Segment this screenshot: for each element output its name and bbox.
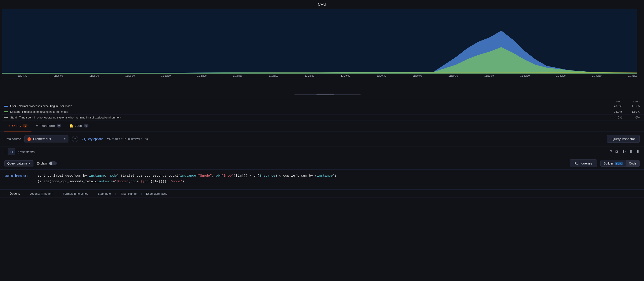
query-source-label: (Prometheus) bbox=[18, 150, 35, 153]
options-type: Type: Range bbox=[120, 192, 137, 195]
explain-label: Explain bbox=[37, 162, 47, 165]
query-editor: ‹ H (Prometheus) ? ⧉ 👁 🗑 ⠿ Query pattern… bbox=[0, 146, 644, 198]
query-editor-header: ‹ H (Prometheus) ? ⧉ 👁 🗑 ⠿ bbox=[0, 146, 644, 157]
beta-badge: BETA bbox=[615, 162, 623, 165]
tab-transform[interactable]: ⇄ Transform 0 bbox=[32, 120, 65, 131]
legend-row-steal: Steal - Time spent in other operating sy… bbox=[2, 115, 644, 120]
query-drag-icon[interactable]: ⠿ bbox=[637, 149, 640, 154]
query-options-label: Query options bbox=[84, 137, 103, 141]
options-chevron-icon: › bbox=[4, 192, 6, 195]
legend-text-user: User - Normal processes executing in use… bbox=[10, 104, 602, 108]
options-bar: › › Options | Legend: {{ mode }} | Forma… bbox=[0, 189, 644, 197]
alert-icon: 🔔 bbox=[69, 124, 74, 128]
legend-last-steal: 0% bbox=[624, 116, 642, 119]
run-queries-button[interactable]: Run queries bbox=[570, 159, 597, 167]
query-options-button[interactable]: › Query options bbox=[82, 137, 103, 141]
query-inspector-button[interactable]: Query inspector bbox=[607, 135, 640, 143]
query-help-icon[interactable]: ? bbox=[610, 150, 612, 154]
builder-button[interactable]: Builder BETA bbox=[601, 160, 626, 166]
scrollbar-thumb[interactable] bbox=[316, 94, 334, 95]
chart-container: CPU 100.00% 75.00% 50.00% 25.00% 0.00% bbox=[0, 0, 644, 93]
datasource-selector[interactable]: ⬤ Prometheus ▾ bbox=[24, 135, 68, 142]
legend-text-system: System - Processes executing in kernel m… bbox=[10, 110, 602, 113]
chart-scrollbar[interactable] bbox=[18, 93, 638, 96]
options-format: Format: Time series bbox=[63, 192, 88, 195]
options-toggle-button[interactable]: › › Options bbox=[4, 192, 20, 195]
query-copy-icon[interactable]: ⧉ bbox=[616, 150, 618, 154]
options-step: Step: auto bbox=[98, 192, 111, 195]
legend-max-steal: 0% bbox=[604, 116, 622, 119]
explain-toggle-switch[interactable] bbox=[49, 161, 57, 165]
legend-row-system: System - Processes executing in kernel m… bbox=[2, 109, 644, 115]
legend-last-header: Last * bbox=[634, 100, 640, 103]
query-delete-icon[interactable]: 🗑 bbox=[629, 150, 633, 154]
code-func-sort: sort_by_label_desc( bbox=[38, 174, 75, 178]
query-options-info: MD = auto = 1488 Interval = 15s bbox=[107, 137, 148, 141]
datasource-help-button[interactable]: ? bbox=[72, 136, 78, 142]
metrics-browser-button[interactable]: Metrics browser › bbox=[0, 170, 33, 181]
query-visibility-icon[interactable]: 👁 bbox=[622, 150, 626, 154]
datasource-chevron-icon: ▾ bbox=[64, 137, 66, 141]
options-label: › Options bbox=[8, 192, 20, 195]
chart-svg bbox=[2, 9, 638, 74]
tab-transform-badge: 0 bbox=[57, 124, 62, 128]
explain-toggle: Explain bbox=[37, 161, 57, 165]
query-letter-badge: H bbox=[8, 148, 15, 155]
tab-alert[interactable]: 🔔 Alert 0 bbox=[65, 120, 92, 131]
promql-editor[interactable]: sort_by_label_desc(sum by(instance, mode… bbox=[33, 170, 644, 189]
tabs-bar: ≡ Query 1 ⇄ Transform 0 🔔 Alert 0 bbox=[0, 120, 644, 131]
metrics-browser-chevron-icon: › bbox=[28, 174, 28, 177]
tab-query-badge: 1 bbox=[23, 124, 28, 128]
tab-transform-label: Transform bbox=[40, 124, 55, 128]
builder-code-toggle: Builder BETA Code bbox=[600, 160, 640, 167]
chart-title: CPU bbox=[0, 2, 644, 7]
legend-max-header: Max bbox=[616, 100, 620, 103]
legend-row-user: User - Normal processes executing in use… bbox=[2, 103, 644, 109]
tab-alert-badge: 0 bbox=[84, 124, 88, 128]
code-button[interactable]: Code bbox=[626, 160, 640, 166]
transform-icon: ⇄ bbox=[36, 124, 38, 128]
prometheus-icon: ⬤ bbox=[27, 137, 31, 141]
query-toolbar: Query patterns ▾ Explain Run queries Bui… bbox=[0, 157, 644, 170]
legend-last-user: 1.96% bbox=[624, 104, 642, 108]
tab-query-label: Query bbox=[12, 124, 21, 128]
legend-color-user bbox=[4, 106, 8, 107]
datasource-bar: Data source ⬤ Prometheus ▾ ? › Query opt… bbox=[0, 131, 644, 146]
options-legend: Legend: {{ mode }} bbox=[30, 192, 54, 195]
datasource-label: Data source bbox=[4, 137, 21, 141]
query-patterns-chevron-icon: ▾ bbox=[29, 162, 30, 165]
query-patterns-button[interactable]: Query patterns ▾ bbox=[4, 160, 34, 166]
datasource-name: Prometheus bbox=[33, 137, 51, 141]
x-axis: 11:24:30 11:25:00 11:25:30 11:26:00 11:2… bbox=[18, 74, 638, 77]
scrollbar-track[interactable] bbox=[294, 94, 360, 95]
legend-header: Max Last * bbox=[2, 99, 644, 103]
tab-alert-label: Alert bbox=[75, 124, 82, 128]
tab-query[interactable]: ≡ Query 1 bbox=[4, 120, 32, 131]
legend-max-system: 23.2% bbox=[604, 110, 622, 113]
legend-color-system bbox=[4, 111, 8, 112]
legend-color-steal bbox=[4, 117, 8, 118]
legend-text-steal: Steal - Time spent in other operating sy… bbox=[10, 116, 602, 119]
collapse-button[interactable]: ‹ bbox=[4, 150, 6, 153]
legend-last-system: 1.60% bbox=[624, 110, 642, 113]
builder-label: Builder bbox=[604, 162, 614, 165]
options-exemplars: Exemplars: false bbox=[146, 192, 167, 195]
legend-max-user: 28.3% bbox=[604, 104, 622, 108]
code-area: Metrics browser › sort_by_label_desc(sum… bbox=[0, 170, 644, 189]
query-icon: ≡ bbox=[8, 124, 10, 128]
query-patterns-label: Query patterns bbox=[7, 162, 28, 165]
query-actions: ? ⧉ 👁 🗑 ⠿ bbox=[610, 149, 640, 154]
metrics-browser-label: Metrics browser bbox=[4, 174, 26, 177]
legend-area: Max Last * User - Normal processes execu… bbox=[2, 99, 644, 120]
query-options-chevron-icon: › bbox=[82, 137, 83, 141]
